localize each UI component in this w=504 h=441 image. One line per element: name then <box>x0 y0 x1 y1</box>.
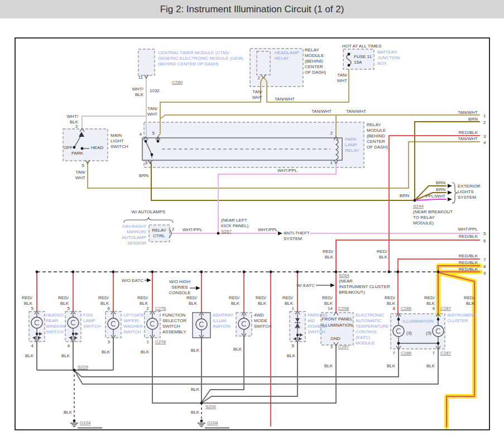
label-illumination: ILLUMINATION <box>402 319 434 324</box>
label-light: LIGHT <box>111 138 124 143</box>
label-switch: SWITCH <box>83 324 101 329</box>
label-mode: MODE <box>254 318 267 323</box>
label-w-o-high: W/O HIGH <box>169 279 190 284</box>
junction-dot <box>397 271 400 274</box>
label-blk: BLK <box>426 301 435 306</box>
label-wht-ppl: WHT/PPL <box>258 227 278 232</box>
label-blk: BLK <box>285 301 294 306</box>
label-s244[interactable]: S244 <box>413 204 424 209</box>
label-battery: BATTERY <box>377 50 398 55</box>
blk-4wd <box>201 336 244 402</box>
label-3: 3 <box>483 134 486 139</box>
label-14: 14 <box>328 306 333 311</box>
label-3: 3 <box>330 344 333 349</box>
junction-dot <box>217 232 220 235</box>
label-red-blk: RED/BLK <box>459 253 478 258</box>
wo-high-console-arrow-icon <box>196 286 200 290</box>
label-c287[interactable]: C287 <box>440 306 452 311</box>
label-main: MAIN <box>111 133 122 138</box>
label-wht: WHT <box>75 175 85 180</box>
clipped-text-mark <box>205 427 229 429</box>
label-red: RED/ <box>22 295 33 300</box>
label-3: 3 <box>108 339 111 344</box>
label-3: 3 <box>75 124 78 129</box>
label-g104[interactable]: G104 <box>80 420 91 425</box>
label-red: RED/ <box>98 295 109 300</box>
label-c297[interactable]: C297 <box>338 344 349 349</box>
w-eatc-arrow-icon <box>330 284 335 287</box>
label-kick-panel: KICK PANEL) <box>221 223 249 228</box>
label-g104[interactable]: G104 <box>207 420 218 425</box>
label-red: RED/ <box>464 295 475 300</box>
junction-dot <box>335 271 338 274</box>
junction-dot <box>296 271 299 274</box>
label-brn: BRN <box>139 173 148 178</box>
label-s200[interactable]: S200 <box>205 404 216 409</box>
label-function: FUNCTION <box>162 313 186 318</box>
label-6: 6 <box>108 306 111 311</box>
junction-dot <box>437 271 440 274</box>
label-c280[interactable]: C280 <box>172 80 183 85</box>
label-off: OFF <box>64 145 73 150</box>
junction-dot <box>151 271 154 274</box>
label-temperature: TEMPERATURE <box>356 324 389 329</box>
label-near-left: (NEAR LEFT <box>221 218 247 223</box>
label-blk: BLK <box>140 301 148 306</box>
exterior-lights-brace <box>452 183 458 203</box>
label-c276[interactable]: C276 <box>155 339 166 344</box>
label-blk: BLK <box>287 353 296 358</box>
label-relay: RELAY <box>275 56 289 61</box>
label-tan: TAN/ <box>75 170 85 175</box>
label-gnd: GND <box>330 336 340 341</box>
label-front-panel: FRONT PANEL <box>321 317 353 322</box>
label-anti-theft: ANTI-THEFT <box>284 231 310 236</box>
label-s229[interactable]: S229 <box>78 365 88 370</box>
label-mirror: MIRROR/ <box>127 229 146 234</box>
label-7: 7 <box>393 351 396 356</box>
label-c276[interactable]: C276 <box>155 306 166 311</box>
label-wht: WHT/ <box>132 87 144 92</box>
junction-dot <box>200 420 203 423</box>
blk-eatc <box>201 345 336 403</box>
label-4wd: 4WD <box>254 313 264 318</box>
label-3: (3) <box>406 330 412 335</box>
label-near-breakout: (NEAR BREAKOUT <box>413 209 453 214</box>
label-c298[interactable]: C298 <box>338 306 349 311</box>
label-c287[interactable]: C287 <box>440 351 452 356</box>
label-module: MODULE <box>305 53 324 58</box>
label-system: SYSTEM <box>284 236 302 241</box>
label-1: 1 <box>330 160 333 165</box>
label-blk: BLK <box>191 387 200 392</box>
label-6: 6 <box>483 238 486 243</box>
label-1: 1 <box>483 113 486 118</box>
label-ctrl: CTRL <box>153 233 165 238</box>
label-7: 7 <box>433 351 435 356</box>
label-s264[interactable]: S264 <box>339 273 349 278</box>
label-2: 2 <box>172 227 175 232</box>
label-wiper: WIPER/ <box>123 318 140 323</box>
label-wht: WHT/ <box>67 114 79 119</box>
label-blk: BLK <box>135 92 144 97</box>
label-c286[interactable]: C286 <box>401 306 412 311</box>
label-7: 7 <box>483 257 486 262</box>
label-blk: BLK <box>25 353 34 358</box>
label-fuse-11: FUSE 11 <box>354 54 372 59</box>
label-module: MODULE) <box>413 220 434 226</box>
label-red: RED/ <box>229 295 240 300</box>
label-tan-wht: TAN/WHT <box>275 97 295 102</box>
label-3: (3) <box>426 330 431 335</box>
label-switch: SWITCH <box>254 324 272 329</box>
label-behind: (BEHIND <box>305 59 323 64</box>
label-near: (NEAR <box>339 279 353 284</box>
label-tan: TAN/ <box>147 106 157 111</box>
label-head: HEAD <box>91 145 103 150</box>
label-c286[interactable]: C286 <box>401 351 412 356</box>
label-blk: BLK <box>324 363 333 368</box>
label-4: 4 <box>483 140 486 145</box>
label-s267[interactable]: S267 <box>221 229 232 234</box>
label-red-blk: RED/BLK <box>459 267 478 272</box>
junction-dot <box>73 146 76 149</box>
label-blk: BLK <box>233 347 242 352</box>
label-sensor: SENSOR <box>127 241 146 246</box>
label-4: 4 <box>433 306 435 311</box>
